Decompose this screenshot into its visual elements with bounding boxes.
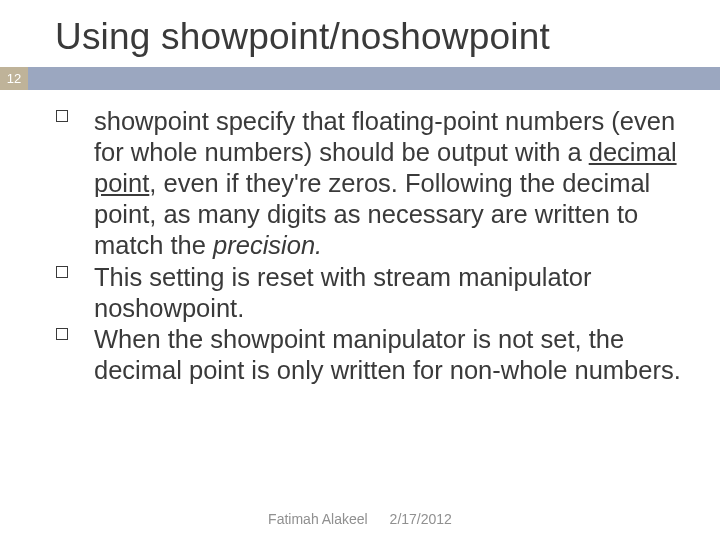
list-item: This setting is reset with stream manipu… [56, 262, 686, 324]
bullet-text: This setting is reset with stream manipu… [94, 263, 591, 322]
bullet-text: When the showpoint manipulator is not se… [94, 325, 681, 384]
bullet-icon [56, 266, 68, 278]
bullet-icon [56, 110, 68, 122]
bullet-icon [56, 328, 68, 340]
slide-title: Using showpoint/noshowpoint [55, 16, 550, 58]
page-number-box: 12 [0, 67, 28, 90]
bullet-text: showpoint specify that floating-point nu… [94, 107, 677, 259]
content-area: showpoint specify that floating-point nu… [56, 106, 686, 386]
slide: Using showpoint/noshowpoint 12 showpoint… [0, 0, 720, 540]
list-item: When the showpoint manipulator is not se… [56, 324, 686, 386]
list-item: showpoint specify that floating-point nu… [56, 106, 686, 262]
header-bar [0, 67, 720, 90]
footer-date: 2/17/2012 [390, 511, 452, 527]
italic-text: precision. [213, 231, 322, 259]
footer: Fatimah Alakeel 2/17/2012 [0, 511, 720, 527]
footer-author: Fatimah Alakeel [268, 511, 368, 527]
